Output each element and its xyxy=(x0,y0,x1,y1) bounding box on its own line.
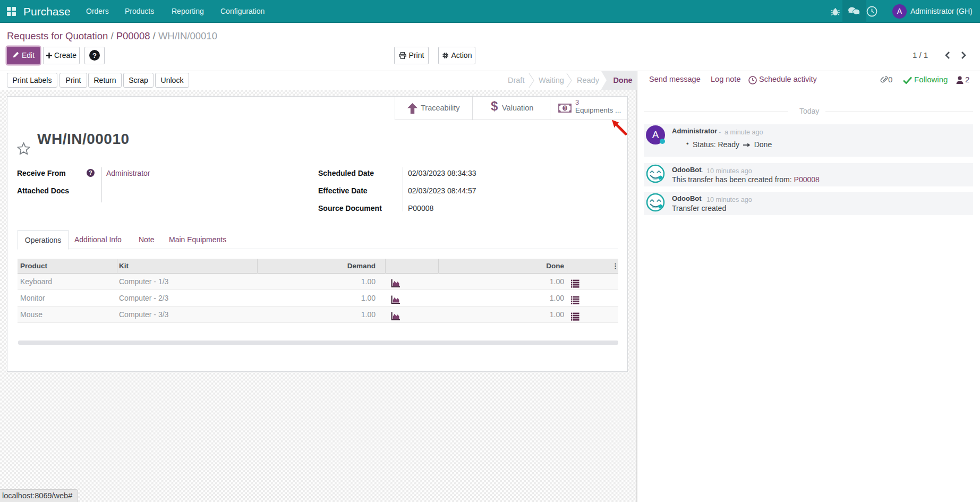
svg-text:?: ? xyxy=(92,52,97,59)
svg-text:1: 1 xyxy=(564,105,566,110)
